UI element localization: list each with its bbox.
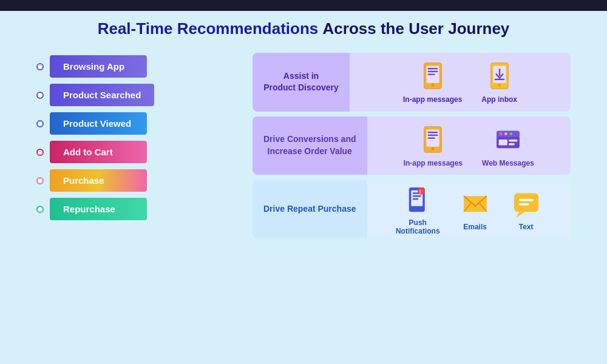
svg-rect-10 — [494, 79, 504, 80]
step-dot-viewed — [36, 120, 44, 127]
phone-icon — [417, 60, 449, 92]
svg-rect-40 — [519, 199, 534, 201]
top-bar — [0, 0, 607, 11]
svg-point-18 — [432, 147, 435, 150]
step-label-searched: Product Searched — [50, 84, 154, 106]
email-icon — [459, 187, 491, 219]
title-part1: Real-Time Recommendations — [98, 19, 319, 38]
journey-steps: Browsing App Product Searched Product Vi… — [36, 53, 243, 243]
svg-rect-17 — [428, 137, 435, 138]
svg-rect-4 — [427, 71, 438, 72]
action-row-row1: Assist inProduct Discovery In-app messag… — [253, 53, 571, 112]
inbox-icon — [484, 60, 515, 92]
push-icon: ! — [402, 183, 433, 215]
svg-point-33 — [418, 187, 425, 195]
icon-item-push-notifications: ! PushNotifications — [396, 183, 440, 235]
content-area: Browsing App Product Searched Product Vi… — [36, 53, 571, 243]
action-grid: Assist inProduct Discovery In-app messag… — [253, 53, 571, 243]
svg-point-24 — [509, 132, 512, 135]
icon-item-in-app-messages-1: In-app messages — [403, 60, 462, 104]
svg-rect-25 — [499, 140, 507, 145]
svg-rect-15 — [428, 132, 438, 133]
step-label-browsing: Browsing App — [50, 55, 147, 78]
svg-rect-27 — [509, 143, 514, 146]
icon-label-emails: Emails — [463, 223, 487, 231]
svg-rect-31 — [413, 195, 421, 197]
svg-rect-38 — [514, 193, 538, 212]
icon-label-in-app-messages-2: In-app messages — [404, 159, 463, 167]
icon-item-in-app-messages-2: In-app messages — [404, 124, 463, 167]
action-icons-row1: In-app messages App inbox — [350, 53, 571, 112]
svg-rect-3 — [427, 68, 438, 69]
action-label-row2: Drive Conversions andIncrease Order Valu… — [253, 116, 367, 175]
action-label-row3: Drive Repeat Purchase — [253, 180, 367, 238]
step-label-purchase: Purchase — [50, 169, 147, 192]
step-row-searched: Product Searched — [36, 84, 243, 106]
svg-text:!: ! — [419, 189, 421, 195]
step-dot-cart — [36, 149, 44, 156]
step-dot-repurchase — [36, 206, 44, 213]
step-dot-browsing — [36, 63, 44, 70]
icon-item-app-inbox: App inbox — [481, 60, 517, 104]
step-row-viewed: Product Viewed — [36, 112, 243, 135]
step-row-cart: Add to Cart — [36, 141, 243, 163]
svg-rect-26 — [509, 140, 517, 142]
svg-rect-5 — [427, 74, 435, 75]
svg-marker-39 — [516, 212, 524, 217]
icon-item-text: Text — [510, 187, 542, 231]
step-dot-searched — [36, 92, 44, 99]
icon-label-web-messages: Web Messages — [482, 159, 534, 167]
title-part2: Across the User Journey — [323, 19, 510, 38]
svg-point-11 — [498, 84, 501, 87]
svg-rect-32 — [413, 198, 418, 200]
icon-item-web-messages: Web Messages — [482, 124, 534, 167]
web-icon — [492, 124, 524, 155]
text-icon — [510, 187, 542, 219]
svg-point-23 — [504, 132, 507, 135]
step-label-viewed: Product Viewed — [50, 112, 147, 135]
svg-rect-16 — [428, 135, 438, 136]
step-label-repurchase: Repurchase — [50, 198, 147, 220]
step-row-purchase: Purchase — [36, 169, 243, 192]
icon-label-in-app-messages-1: In-app messages — [403, 95, 462, 104]
action-row-row2: Drive Conversions andIncrease Order Valu… — [253, 116, 571, 175]
action-icons-row2: In-app messages Web Messages — [367, 116, 571, 175]
svg-rect-41 — [519, 203, 529, 206]
step-row-browsing: Browsing App — [36, 55, 243, 78]
icon-label-push-notifications: PushNotifications — [396, 218, 440, 235]
icon-label-text: Text — [519, 223, 534, 231]
action-row-row3: Drive Repeat Purchase ! PushNotification… — [253, 180, 571, 238]
phone-icon — [417, 124, 449, 155]
icon-label-app-inbox: App inbox — [481, 95, 517, 104]
step-label-cart: Add to Cart — [50, 141, 147, 163]
svg-point-6 — [431, 84, 434, 87]
icon-item-emails: Emails — [459, 187, 491, 231]
action-label-row1: Assist inProduct Discovery — [253, 53, 350, 112]
action-icons-row3: ! PushNotifications Emails Text — [367, 180, 571, 238]
step-row-repurchase: Repurchase — [36, 198, 243, 220]
svg-point-22 — [500, 132, 503, 135]
step-dot-purchase — [36, 177, 44, 184]
